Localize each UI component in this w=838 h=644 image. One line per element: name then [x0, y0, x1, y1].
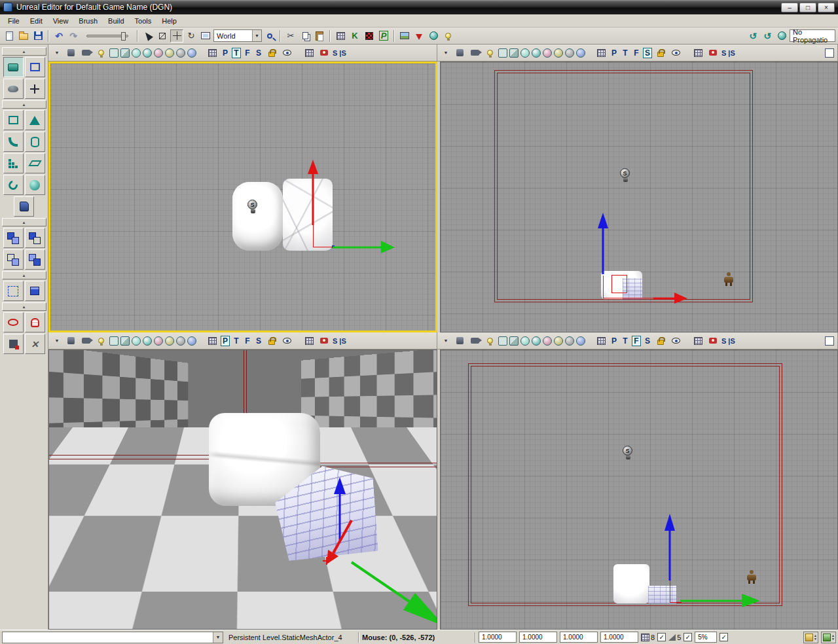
cook-button[interactable] — [412, 29, 426, 43]
toolbox-collapse-bar[interactable]: ▲ — [2, 100, 46, 109]
viewmode-un lit-icon[interactable] — [520, 336, 530, 346]
matinee-button[interactable] — [363, 29, 376, 43]
viewmode-detail-icon[interactable] — [543, 336, 552, 346]
viewmode-lit-icon[interactable] — [532, 336, 541, 346]
viewport-top[interactable]: S — [48, 62, 437, 332]
viewtype-top[interactable]: T — [621, 336, 630, 346]
viewport-side[interactable]: S — [440, 62, 838, 332]
static-mesh-small[interactable] — [613, 564, 649, 603]
viewtype-front[interactable]: F — [243, 336, 252, 346]
viewmode-detail-icon[interactable] — [543, 48, 552, 58]
unlit-movers-button[interactable] — [206, 334, 219, 348]
propagation-sphere-button[interactable] — [775, 29, 788, 43]
camera-button[interactable] — [468, 334, 481, 348]
drag-grid-checkbox[interactable]: ✓ — [657, 633, 666, 641]
squint-mode-button[interactable]: S — [721, 337, 726, 345]
viewmode-wireframe-icon[interactable] — [498, 48, 507, 58]
build-lighting-button[interactable] — [441, 29, 454, 43]
viewmode-texturedensity-icon[interactable] — [576, 336, 585, 346]
actor-lock-button[interactable] — [64, 334, 77, 348]
streaming-volume-button[interactable]: |S — [728, 337, 735, 345]
lock-viewport-button[interactable] — [265, 46, 278, 60]
viewport-options-dropdown[interactable]: ▼ — [52, 336, 62, 346]
light-actor[interactable]: S — [247, 200, 258, 213]
kismet-button[interactable]: K — [348, 29, 361, 43]
widget-arrow-green[interactable] — [333, 241, 395, 254]
brush-curved-stairs-button[interactable] — [3, 132, 24, 152]
toolbox-collapse-bar[interactable]: ▲ — [2, 302, 46, 311]
title-bar[interactable]: Unreal Editor for Default Game Name (DGN… — [0, 0, 838, 14]
autosave-checkbox[interactable]: ✓ — [720, 633, 728, 641]
locked-camera-button[interactable] — [318, 334, 331, 348]
drag-grid-x-field[interactable]: 1.0000 — [479, 632, 517, 643]
widget-arrow-green[interactable] — [349, 558, 437, 630]
menu-help[interactable]: Help — [156, 16, 182, 26]
camera-button[interactable] — [468, 46, 481, 60]
actor-lock-button[interactable] — [453, 334, 466, 348]
brush-cylinder-button[interactable] — [25, 132, 45, 152]
publish-button[interactable]: P — [377, 29, 390, 43]
viewmode-lightingonly-icon[interactable] — [165, 336, 174, 346]
lock-viewport-button[interactable] — [654, 334, 667, 348]
show-flags-button[interactable] — [280, 334, 293, 348]
texture-pan-mode-button[interactable] — [25, 79, 45, 99]
chevron-down-icon[interactable]: ▼ — [252, 30, 261, 41]
widget-arrow-green[interactable] — [680, 594, 761, 608]
widget-arrow-red[interactable] — [653, 293, 689, 304]
lighting-button[interactable] — [483, 46, 496, 60]
drag-grid-z-field[interactable]: 1.0000 — [560, 632, 598, 643]
viewtype-perspective[interactable]: P — [610, 336, 619, 346]
geometry-mode-button[interactable] — [25, 57, 45, 77]
squint-mode-button[interactable]: S — [333, 337, 337, 345]
viewmode-brushwire-icon[interactable] — [509, 48, 519, 58]
streaming-volume-button[interactable]: |S — [339, 337, 346, 345]
widget-arrow-red[interactable] — [306, 160, 319, 226]
add-volume-button[interactable] — [25, 281, 45, 301]
rotation-grid-checkbox[interactable]: ✓ — [683, 633, 692, 641]
viewmode-unlit-icon[interactable] — [132, 336, 141, 346]
viewmode-texturedensity-icon[interactable] — [187, 336, 196, 346]
viewport-front[interactable]: S — [440, 349, 838, 630]
viewtype-front[interactable]: F — [632, 336, 641, 346]
streaming-volume-button[interactable]: |S — [728, 49, 735, 57]
extrude-tool-button[interactable] — [3, 312, 24, 332]
builder-brush-outline[interactable] — [497, 73, 750, 300]
brush-cone-button[interactable] — [25, 110, 45, 130]
uniform-scale-button[interactable] — [199, 29, 212, 43]
camera-button[interactable] — [79, 334, 92, 348]
show-flags-button[interactable] — [669, 46, 682, 60]
menu-tools[interactable]: Tools — [130, 16, 157, 26]
generic-browser-button[interactable] — [334, 29, 347, 43]
viewtype-front[interactable]: F — [632, 48, 641, 58]
light-actor[interactable]: S — [620, 168, 630, 182]
viewmode-wireframe-icon[interactable] — [498, 336, 507, 346]
menu-edit[interactable]: Edit — [25, 16, 48, 26]
viewmode-lightcomplexity-icon[interactable] — [565, 336, 574, 346]
player-start-actor[interactable] — [723, 272, 734, 286]
spin-down-icon[interactable]: ▼ — [814, 637, 817, 641]
viewmode-lit-icon[interactable] — [143, 336, 152, 346]
spin-down-icon[interactable]: ▼ — [831, 637, 835, 641]
actor-lock-button[interactable] — [64, 46, 77, 60]
light-actor[interactable]: S — [623, 446, 633, 459]
delete-tool-button[interactable]: ✕ — [25, 334, 45, 354]
viewmode-wireframe-icon[interactable] — [109, 48, 118, 58]
terrain-mode-button[interactable] — [3, 79, 24, 99]
viewtype-side[interactable]: S — [643, 48, 652, 58]
viewmode-detail-icon[interactable] — [154, 336, 163, 346]
viewmode-lit-icon[interactable] — [143, 48, 152, 58]
viewtype-perspective[interactable]: P — [610, 48, 619, 58]
play-level-button[interactable] — [427, 29, 440, 43]
widget-arrow-blue[interactable] — [596, 213, 610, 276]
viewtype-side[interactable]: S — [254, 48, 263, 58]
rotate-mode-button[interactable]: ↻ — [185, 29, 198, 43]
brush-linear-stairs-button[interactable] — [3, 153, 24, 173]
viewtype-top[interactable]: T — [621, 48, 630, 58]
show-flags-button[interactable] — [669, 334, 682, 348]
special-brush-button[interactable] — [3, 281, 24, 301]
new-map-button[interactable] — [3, 29, 16, 43]
viewmode-unlit-icon[interactable] — [132, 48, 141, 58]
lighting-button[interactable] — [483, 334, 496, 348]
brush-clip-button[interactable] — [3, 334, 24, 354]
level-streaming-button[interactable] — [691, 334, 704, 348]
